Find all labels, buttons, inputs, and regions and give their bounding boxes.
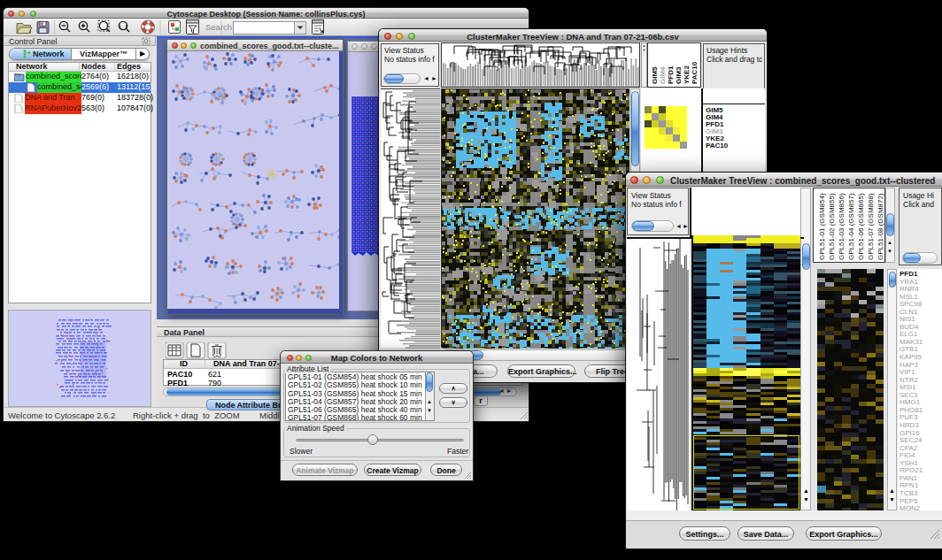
svg-text:1:1: 1:1 bbox=[119, 24, 128, 30]
svg-text:Search:: Search: bbox=[205, 22, 235, 32]
